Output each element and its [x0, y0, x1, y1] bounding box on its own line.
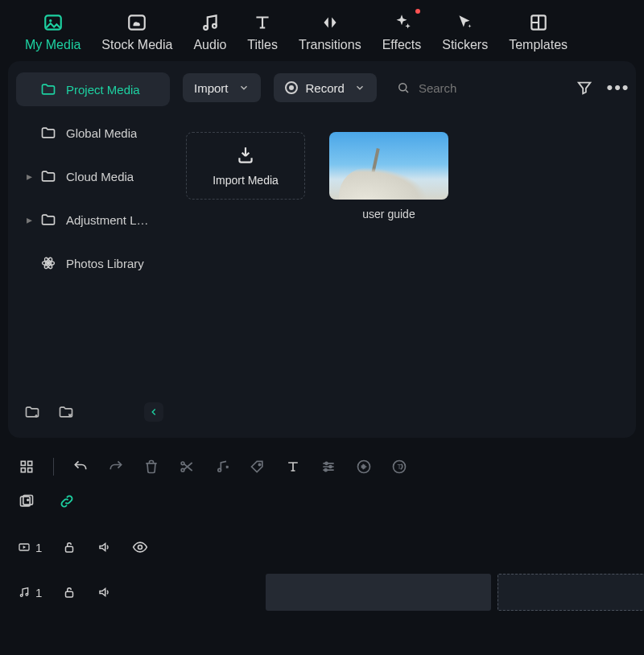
video-track-body[interactable] — [243, 529, 644, 566]
svg-point-15 — [181, 462, 184, 465]
button-label: Import — [194, 81, 229, 95]
audio-clip[interactable] — [266, 574, 491, 611]
sidebar-item-cloud-media[interactable]: ▸ Cloud Media — [16, 159, 170, 193]
speed-button[interactable]: T — [390, 458, 408, 476]
tab-label: Templates — [509, 38, 568, 52]
lock-track-button[interactable] — [61, 539, 77, 555]
video-track-head: 1 — [18, 539, 243, 555]
sidebar-item-adjustment-layer[interactable]: ▸ Adjustment L… — [16, 203, 170, 237]
tab-label: Stickers — [442, 38, 488, 52]
mute-track-button[interactable] — [97, 584, 113, 600]
video-icon — [18, 541, 31, 554]
sidebar-item-label: Photos Library — [66, 257, 144, 270]
tracks-header — [0, 488, 644, 518]
music-icon — [200, 10, 221, 35]
tab-templates[interactable]: Templates — [498, 7, 578, 56]
new-folder-button[interactable] — [23, 402, 42, 422]
svg-rect-11 — [21, 461, 25, 465]
tab-titles[interactable]: Titles — [237, 7, 288, 56]
search-field[interactable] — [390, 73, 535, 102]
atom-icon — [40, 255, 56, 271]
svg-point-18 — [258, 463, 260, 465]
tab-audio[interactable]: Audio — [183, 7, 237, 56]
tab-label: Audio — [193, 38, 226, 52]
folder-icon — [40, 168, 56, 184]
delete-folder-button[interactable] — [56, 402, 76, 422]
visibility-track-button[interactable] — [132, 539, 148, 555]
sidebar-item-label: Adjustment L… — [66, 213, 149, 227]
adjust-button[interactable] — [320, 458, 337, 476]
tag-button[interactable] — [249, 458, 266, 476]
svg-point-30 — [20, 595, 23, 597]
collapse-sidebar-button[interactable] — [144, 402, 163, 422]
svg-rect-14 — [28, 468, 32, 472]
timeline-toolbar: T — [0, 446, 644, 488]
tab-transitions[interactable]: Transitions — [288, 7, 372, 56]
cloud-image-icon — [126, 10, 147, 35]
import-media-card[interactable]: Import Media — [186, 132, 305, 200]
audio-track-label: 1 — [18, 586, 42, 599]
grid-view-button[interactable] — [18, 458, 35, 476]
sidebar-item-project-media[interactable]: Project Media — [16, 72, 170, 106]
undo-button[interactable] — [72, 458, 89, 476]
tab-label: Effects — [382, 38, 422, 52]
mute-track-button[interactable] — [97, 539, 113, 555]
sidebar-item-label: Cloud Media — [66, 170, 134, 183]
svg-point-4 — [213, 24, 217, 28]
tab-stickers[interactable]: Stickers — [431, 7, 498, 56]
music-icon — [18, 586, 31, 599]
media-clip-item[interactable]: user guide — [329, 132, 448, 220]
tab-stock-media[interactable]: Stock Media — [91, 7, 183, 56]
svg-rect-12 — [28, 461, 32, 465]
notification-dot-icon — [415, 9, 420, 14]
media-grid: Import Media user guide — [183, 105, 628, 248]
sidebar-item-global-media[interactable]: Global Media — [16, 116, 170, 150]
audio-dropzone[interactable] — [497, 574, 644, 611]
tab-label: My Media — [25, 38, 80, 52]
svg-rect-28 — [66, 546, 73, 552]
import-button[interactable]: Import — [183, 73, 261, 102]
audio-track-body[interactable] — [243, 574, 644, 611]
media-content: Import Record — [178, 68, 636, 431]
link-tracks-button[interactable] — [58, 492, 76, 510]
text-tool-button[interactable] — [284, 458, 302, 476]
image-icon — [43, 10, 64, 35]
content-toolbar: Import Record — [183, 71, 628, 105]
tab-my-media[interactable]: My Media — [14, 7, 91, 56]
expand-caret-icon[interactable]: ▸ — [26, 170, 32, 183]
clip-thumbnail — [329, 132, 448, 200]
redo-button[interactable] — [107, 458, 125, 476]
add-track-button[interactable] — [18, 492, 35, 510]
transitions-icon — [320, 10, 341, 35]
folder-icon — [40, 81, 56, 97]
svg-point-3 — [204, 26, 208, 30]
record-button[interactable]: Record — [274, 73, 377, 102]
lock-track-button[interactable] — [61, 584, 77, 600]
delete-button[interactable] — [142, 458, 160, 476]
svg-point-20 — [329, 466, 332, 468]
sidebar-item-label: Global Media — [66, 126, 137, 140]
split-button[interactable] — [178, 458, 196, 476]
tab-label: Titles — [247, 38, 278, 52]
search-input[interactable] — [419, 81, 528, 95]
filter-button[interactable] — [575, 78, 594, 97]
more-options-button[interactable]: ••• — [609, 78, 628, 97]
audio-track-row: 1 — [0, 570, 644, 615]
media-sidebar: Project Media Global Media ▸ Cloud Media… — [8, 68, 178, 431]
svg-point-21 — [324, 469, 327, 472]
folder-icon — [40, 212, 56, 228]
separator — [53, 458, 54, 476]
audio-track-head: 1 — [18, 584, 243, 600]
svg-point-31 — [26, 593, 28, 595]
expand-caret-icon[interactable]: ▸ — [26, 213, 32, 226]
sidebar-item-photos-library[interactable]: Photos Library — [16, 246, 170, 280]
audio-detach-button[interactable] — [213, 458, 231, 476]
import-card-label: Import Media — [213, 174, 279, 187]
tab-effects[interactable]: Effects — [372, 7, 432, 56]
chevron-down-icon — [354, 82, 365, 93]
track-number: 1 — [35, 541, 42, 554]
audio-wave-button[interactable] — [355, 458, 373, 476]
svg-point-6 — [47, 262, 49, 264]
svg-rect-13 — [21, 468, 25, 472]
text-icon — [252, 10, 273, 35]
